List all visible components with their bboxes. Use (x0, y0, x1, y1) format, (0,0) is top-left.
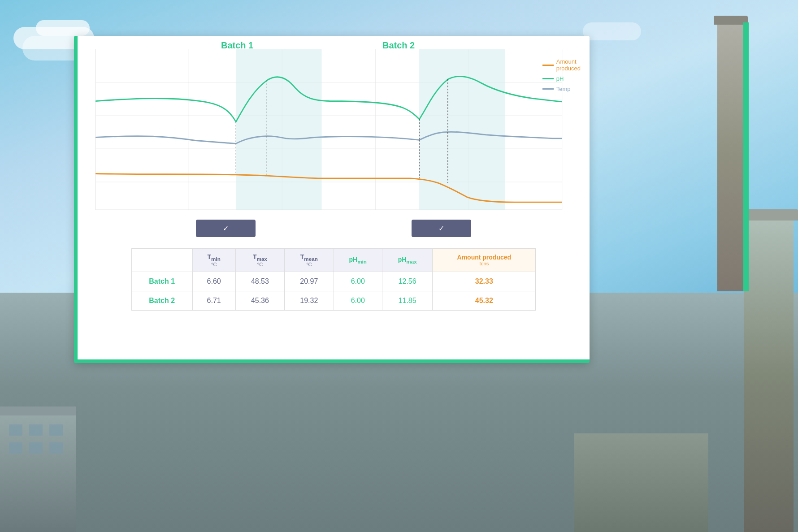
td-batch1-tmax: 48.53 (235, 272, 284, 291)
batch2-check-button[interactable]: ✓ (412, 220, 471, 237)
window (29, 442, 43, 454)
th-tmax-unit: °C (243, 262, 277, 267)
td-batch2-tmean: 19.32 (285, 291, 334, 310)
svg-rect-11 (419, 49, 505, 210)
th-amount-unit: tons (440, 261, 528, 266)
svg-rect-10 (236, 49, 321, 210)
billboard-panel: Batch 1 Batch 2 Amountproduced pH Temp (74, 36, 590, 363)
window (49, 442, 63, 454)
window (49, 424, 63, 436)
chimney-top (714, 16, 748, 25)
th-tmean-label: Tmean (300, 253, 318, 260)
td-batch2-phmin: 6.00 (334, 291, 382, 310)
billboard-container: Batch 1 Batch 2 Amountproduced pH Temp (74, 36, 590, 363)
th-phmax: pHmax (382, 249, 432, 272)
td-batch1-tmean: 20.97 (285, 272, 334, 291)
table-row: Batch 1 6.60 48.53 20.97 6.00 12.56 32.3… (131, 272, 536, 291)
chart-area (95, 49, 572, 215)
td-batch2-phmax: 11.85 (382, 291, 432, 310)
data-table: Tmin °C Tmax °C Tmean °C pHmin (131, 248, 536, 311)
th-tmin: Tmin °C (192, 249, 235, 272)
td-batch1-phmax: 12.56 (382, 272, 432, 291)
chart-svg (95, 49, 572, 215)
th-amount-label: Amount produced (457, 254, 512, 261)
th-phmin-label: pHmin (349, 256, 367, 263)
th-tmin-label: Tmin (208, 253, 221, 260)
td-batch2-amount: 45.32 (433, 291, 536, 310)
td-batch1-tmin: 6.60 (192, 272, 235, 291)
chimney-building (744, 218, 794, 532)
window (29, 424, 43, 436)
td-batch1-phmin: 6.00 (334, 272, 382, 291)
table-row: Batch 2 6.71 45.36 19.32 6.00 11.85 45.3… (131, 291, 536, 310)
window (9, 442, 22, 454)
th-batch (131, 249, 192, 272)
th-tmax-label: Tmax (253, 253, 267, 260)
building-left-roof (0, 407, 76, 415)
chimney (717, 22, 744, 291)
th-phmin: pHmin (334, 249, 382, 272)
building-right (574, 433, 708, 532)
window (9, 424, 22, 436)
batch1-check-button[interactable]: ✓ (196, 220, 256, 237)
td-batch2-tmax: 45.36 (235, 291, 284, 310)
cloud-6 (583, 22, 641, 40)
th-tmean-unit: °C (292, 262, 326, 267)
td-batch1-amount: 32.33 (433, 272, 536, 291)
th-tmax: Tmax °C (235, 249, 284, 272)
check-buttons-row: ✓ ✓ (95, 220, 572, 237)
td-batch2-tmin: 6.71 (192, 291, 235, 310)
th-amount: Amount produced tons (433, 249, 536, 272)
green-accent-strip (743, 22, 749, 291)
th-phmax-label: pHmax (398, 256, 417, 263)
th-tmean: Tmean °C (285, 249, 334, 272)
td-batch2: Batch 2 (131, 291, 192, 310)
th-tmin-unit: °C (200, 262, 228, 267)
td-batch1: Batch 1 (131, 272, 192, 291)
cloud-2 (36, 20, 90, 36)
building-left (0, 407, 76, 532)
